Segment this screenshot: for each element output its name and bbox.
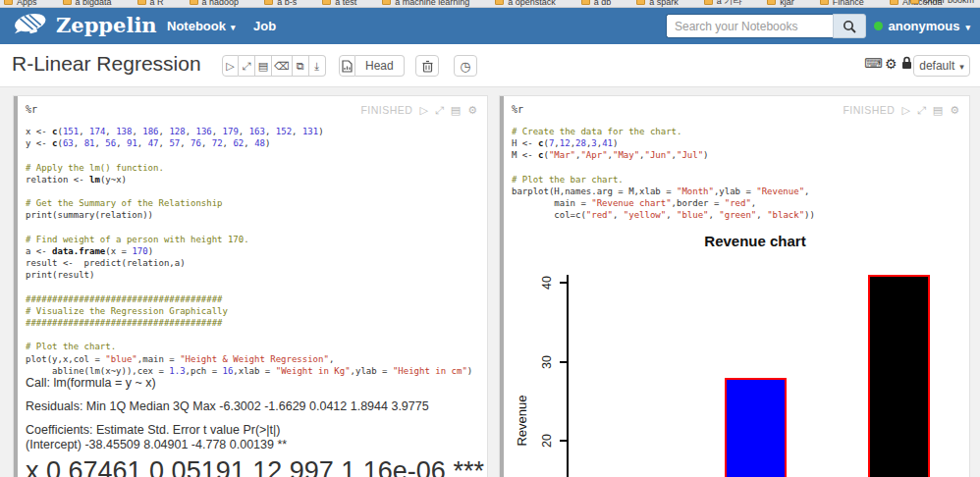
- y-axis-label: Revenue: [515, 362, 529, 477]
- y-axis-tick: [560, 440, 567, 442]
- clone-note-button[interactable]: ⧉: [293, 55, 309, 77]
- version-control-group: Head: [339, 55, 405, 77]
- paragraph-side-bar: [14, 96, 18, 477]
- book-icon[interactable]: ▤: [451, 105, 461, 116]
- folder-icon: [636, 0, 645, 5]
- code-line: [26, 223, 483, 235]
- browser-bookmarks-bar: Appsa bigdataa Ra hadoopa b-sa testa mac…: [0, 0, 980, 8]
- code-line: # Find weight of a person with height 17…: [26, 235, 483, 246]
- bookmark-item[interactable]: a R: [137, 0, 164, 8]
- folder-icon: [382, 0, 391, 5]
- code-line: result <- predict(relation,a): [26, 258, 483, 270]
- username: anonymous: [889, 19, 960, 33]
- code-editor[interactable]: x <- c(151, 174, 138, 186, 128, 136, 179…: [26, 127, 483, 378]
- collapse-button[interactable]: ⤢: [239, 55, 255, 77]
- clone-note-icon: ⧉: [297, 61, 304, 72]
- code-line: # Plot the chart.: [26, 342, 483, 353]
- code-line: relation <- lm(y~x): [26, 175, 483, 186]
- chart-title: Revenue chart: [598, 233, 912, 249]
- code-line: print(summary(relation)): [26, 210, 483, 222]
- chevron-down-icon: ▾: [231, 23, 236, 32]
- zeppelin-navbar: Zeppelin Notebook▾ Job anonymous ▾: [0, 8, 980, 44]
- lock-icon[interactable]: [901, 56, 912, 72]
- revenue-bar-chart: Revenue chart 203040 Revenue: [500, 96, 969, 477]
- commit-file-icon-button[interactable]: [339, 55, 355, 77]
- run-all-icon: ▷: [226, 61, 234, 72]
- interpreter-directive: %r: [26, 104, 37, 115]
- code-line: [26, 282, 483, 293]
- head-revision-button[interactable]: Head: [355, 55, 405, 77]
- zeppelin-brand[interactable]: Zeppelin: [12, 12, 157, 37]
- interpreter-binding-button[interactable]: default ▾: [913, 55, 970, 77]
- gear-icon[interactable]: ⚙: [885, 57, 898, 71]
- output-x-coefficient-heading: x 0.67461 0.05191 12.997 1.16e-06 ***: [26, 456, 479, 477]
- folder-icon: [495, 0, 504, 5]
- output-intercept-row: (Intercept) -38.45509 8.04901 -4.778 0.0…: [26, 438, 479, 452]
- output-call-line: Call: lm(formula = y ~ x): [26, 376, 479, 391]
- search-icon: [843, 20, 856, 33]
- paragraph-header-icons: ▷⤢▤⚙: [419, 105, 477, 116]
- chevron-down-icon: ▾: [959, 62, 964, 72]
- code-line: [26, 150, 483, 162]
- settings-icon[interactable]: ⚙: [467, 105, 477, 116]
- code-line: #####################################: [26, 318, 483, 330]
- note-title[interactable]: R-Linear Regression: [12, 52, 201, 76]
- code-line: a <- data.frame(x = 170): [26, 246, 483, 258]
- folder-icon: [910, 0, 919, 4]
- bookmark-item[interactable]: kjar: [767, 0, 794, 8]
- code-line: # Visualize the Regression Graphically: [26, 306, 483, 318]
- chevron-down-icon: ▾: [965, 23, 970, 32]
- y-axis-tick: [560, 361, 567, 363]
- bookmark-item[interactable]: a machine learning: [382, 0, 469, 8]
- show-hide-code-icon: ▤: [258, 61, 268, 72]
- bookmark-item[interactable]: a test: [322, 0, 356, 8]
- code-line: [26, 330, 483, 342]
- folder-icon: [322, 0, 331, 5]
- paragraph-linear-regression[interactable]: %r FINISHED ▷⤢▤⚙ x <- c(151, 174, 138, 1…: [13, 95, 488, 477]
- bookmark-item[interactable]: a bigdata: [63, 0, 112, 8]
- bookmark-item[interactable]: Finance: [820, 0, 864, 8]
- bookmark-item[interactable]: Apps: [4, 0, 37, 8]
- show-hide-code-button[interactable]: ▤: [255, 55, 272, 77]
- bookmark-item[interactable]: a db: [581, 0, 612, 8]
- keyboard-shortcuts-icon[interactable]: ⌨: [864, 57, 883, 70]
- bookmark-item[interactable]: a openstack: [495, 0, 556, 8]
- code-line: plot(y,x,col = "blue",main = "Height & W…: [26, 354, 483, 366]
- bookmark-item[interactable]: a b-s: [264, 0, 297, 8]
- notebook-search: [666, 14, 866, 38]
- collapse-icon[interactable]: ⤢: [435, 105, 444, 116]
- search-button[interactable]: [833, 14, 866, 38]
- bookmark-item[interactable]: a spark: [636, 0, 679, 8]
- run-all-button[interactable]: ▷: [222, 55, 239, 77]
- export-note-button[interactable]: ⤓: [309, 55, 326, 77]
- folder-icon: [190, 0, 198, 5]
- user-menu[interactable]: anonymous ▾: [874, 8, 971, 44]
- run-scheduler-button[interactable]: ◷: [454, 55, 477, 77]
- folder-icon: [63, 0, 72, 5]
- delete-note-button[interactable]: [415, 55, 439, 77]
- play-icon[interactable]: ▷: [419, 105, 427, 116]
- bookmark-item[interactable]: a hadoop: [190, 0, 240, 8]
- folder-icon: [704, 0, 713, 5]
- code-line: y <- c(63, 81, 56, 91, 47, 57, 76, 72, 6…: [26, 138, 483, 150]
- folder-icon: [137, 0, 146, 5]
- paragraph-output: Call: lm(formula = y ~ x) Residuals: Min…: [26, 376, 479, 477]
- code-line: # Apply the lm() function.: [26, 163, 483, 175]
- menu-notebook[interactable]: Notebook▾: [167, 8, 235, 44]
- paragraph-bar-chart[interactable]: %r FINISHED ▷⤢▤⚙ # Create the data for t…: [499, 95, 970, 477]
- code-line: # Get the Summary of the Relationship: [26, 198, 483, 210]
- collapse-icon: ⤢: [243, 61, 251, 72]
- bookmark-item[interactable]: a 기타: [704, 0, 742, 8]
- clear-output-button[interactable]: ⌫: [272, 55, 293, 77]
- menu-job[interactable]: Job: [253, 8, 276, 44]
- code-line: #####################################: [26, 294, 483, 306]
- output-coefficients-header: Coefficients: Estimate Std. Error t valu…: [26, 423, 479, 438]
- y-axis-tick-label: 30: [540, 350, 554, 374]
- search-input[interactable]: [666, 14, 833, 38]
- bar-jul: [868, 275, 930, 477]
- trash-icon: [422, 60, 433, 73]
- paragraph-status-bar: FINISHED ▷⤢▤⚙: [360, 104, 477, 116]
- y-axis-tick-label: 40: [540, 271, 554, 294]
- bar-may: [725, 378, 787, 477]
- other-bookmarks[interactable]: Other bookm: [910, 0, 974, 5]
